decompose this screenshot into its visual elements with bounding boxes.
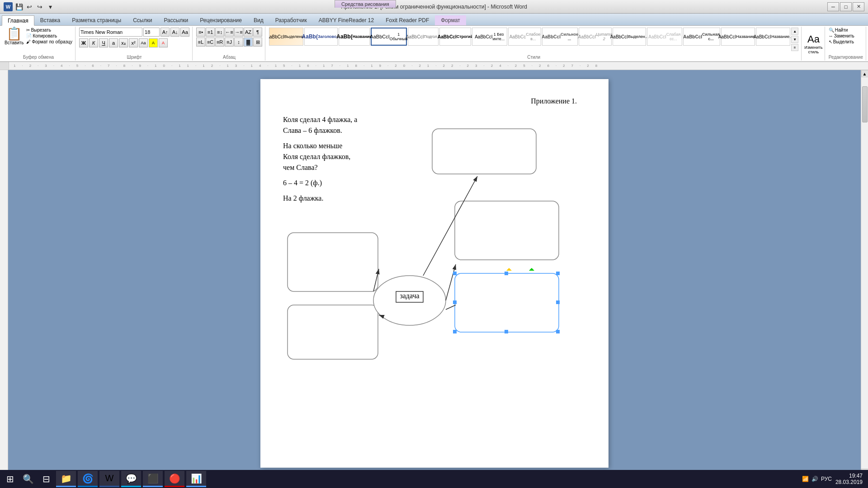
- style-subtle-ref[interactable]: AaBbCcIВыделен...: [613, 28, 646, 46]
- select-btn[interactable]: ↖Выделить: [829, 39, 854, 44]
- justify-btn[interactable]: ≡J: [225, 38, 234, 47]
- shading-btn[interactable]: ▓: [244, 38, 253, 47]
- find-btn[interactable]: 🔍Найти: [829, 28, 848, 33]
- tab-mailings[interactable]: Рассылки: [158, 15, 194, 25]
- vertical-scrollbar[interactable]: ▲ ▼: [861, 70, 868, 476]
- replace-btn[interactable]: ↔Заменить: [829, 33, 854, 38]
- green-handle[interactable]: [529, 268, 534, 271]
- borders-btn[interactable]: ⊞: [253, 38, 262, 47]
- style-book-title[interactable]: AaBbCcIСлабая сс...: [647, 28, 682, 46]
- change-styles-icon[interactable]: Аа: [807, 33, 820, 45]
- edge-btn[interactable]: 🌀: [78, 471, 98, 487]
- scroll-area[interactable]: Приложение 1. Коля сделал 4 флажка, а Сл…: [8, 70, 861, 476]
- align-right-btn[interactable]: ≡R: [215, 38, 224, 47]
- style-strong[interactable]: AaBbCcIСтрогий: [439, 28, 471, 46]
- scroll-up-btn[interactable]: ▲: [861, 70, 868, 77]
- start-btn[interactable]: ⊞: [2, 471, 18, 487]
- sort-btn[interactable]: AZ: [244, 28, 253, 37]
- cut-btn[interactable]: ✂Вырезать: [26, 28, 72, 33]
- align-left-btn[interactable]: ≡L: [196, 38, 205, 47]
- underline-btn[interactable]: Ч: [99, 38, 108, 47]
- increase-font-btn[interactable]: A↑: [160, 28, 170, 37]
- bold-btn[interactable]: Ж: [79, 38, 88, 47]
- more-quick-btn[interactable]: ▾: [46, 2, 55, 11]
- style-subtitle[interactable]: AaBbCcIПодгол...: [408, 28, 439, 46]
- diagram-svg[interactable]: задача: [260, 124, 586, 386]
- close-btn[interactable]: ✕: [853, 2, 864, 11]
- handle-tl[interactable]: [453, 272, 457, 275]
- tab-view[interactable]: Вид: [248, 15, 269, 25]
- minimize-btn[interactable]: ─: [827, 2, 839, 11]
- terminal-taskbar-btn[interactable]: ⬛: [143, 471, 163, 487]
- font-size-input[interactable]: [143, 28, 160, 37]
- paste-btn[interactable]: 📋 Вставить: [5, 28, 24, 45]
- style-normal[interactable]: AaBbCcI1 Обычный: [371, 28, 407, 46]
- file-explorer-btn[interactable]: 📁: [56, 471, 76, 487]
- styles-scroll-up[interactable]: ▲: [791, 28, 798, 35]
- style-heading1[interactable]: AaBb(Заголово...: [304, 28, 338, 46]
- style-list-para[interactable]: AaBbCcIСильная с...: [683, 28, 720, 46]
- tab-page-layout[interactable]: Разметка страницы: [66, 15, 127, 25]
- handle-tr[interactable]: [556, 272, 560, 275]
- red-app-taskbar-btn[interactable]: 🔴: [165, 471, 184, 487]
- tab-review[interactable]: Рецензирование: [194, 15, 248, 25]
- copy-btn[interactable]: 📄Копировать: [26, 33, 72, 38]
- decrease-indent-btn[interactable]: ←≡: [225, 28, 234, 37]
- maximize-btn[interactable]: □: [840, 2, 852, 11]
- task-view-btn[interactable]: ⊟: [38, 471, 54, 487]
- style-toc[interactable]: AaBbCcIНазвание...: [756, 28, 790, 46]
- undo-quick-btn[interactable]: ↩: [25, 2, 34, 11]
- handle-bm[interactable]: [505, 330, 508, 333]
- format-painter-btn[interactable]: 🖌Формат по образцу: [26, 39, 72, 44]
- italic-btn[interactable]: К: [89, 38, 98, 47]
- styles-scroll-down[interactable]: ▼: [791, 36, 798, 43]
- style-intense-em[interactable]: AaBbCcIСильное ...: [542, 28, 577, 46]
- word-taskbar-btn[interactable]: W: [99, 471, 119, 487]
- style-title[interactable]: AaBb(Название: [339, 28, 370, 46]
- language-indicator[interactable]: РУС: [821, 476, 832, 482]
- highlight-btn[interactable]: А: [149, 38, 158, 47]
- handle-br[interactable]: [556, 330, 560, 333]
- search-btn[interactable]: 🔍: [20, 471, 36, 487]
- redo-quick-btn[interactable]: ↪: [35, 2, 44, 11]
- effects-btn[interactable]: Аа: [139, 38, 148, 47]
- rotation-handle[interactable]: [506, 268, 512, 271]
- bullets-btn[interactable]: ≡•: [196, 28, 205, 37]
- show-marks-btn[interactable]: ¶: [253, 28, 262, 37]
- handle-bl[interactable]: [453, 330, 457, 333]
- save-quick-btn[interactable]: 💾: [14, 2, 24, 11]
- skype-taskbar-btn[interactable]: 💬: [121, 471, 141, 487]
- numbering-btn[interactable]: ≡1: [206, 28, 215, 37]
- superscript-btn[interactable]: х²: [129, 38, 138, 47]
- strikethrough-btn[interactable]: а: [109, 38, 118, 47]
- tab-abbyy[interactable]: ABBYY FineReader 12: [313, 15, 380, 25]
- font-color-btn[interactable]: А: [159, 38, 168, 47]
- tab-insert[interactable]: Вставка: [34, 15, 66, 25]
- clear-format-btn[interactable]: Aa: [180, 28, 189, 37]
- style-highlight[interactable]: AaBbCcIВыделение: [269, 28, 303, 46]
- styles-more[interactable]: ≡: [791, 44, 798, 51]
- style-subtle-em[interactable]: AaBbCcСлабое в...: [508, 28, 541, 46]
- line-spacing-btn[interactable]: ↕: [234, 38, 243, 47]
- tab-home[interactable]: Главная: [2, 15, 34, 26]
- style-no-spacing[interactable]: AaBbCcI1 Без инте...: [472, 28, 507, 46]
- multilevel-btn[interactable]: ≡↕: [215, 28, 224, 37]
- app7-taskbar-btn[interactable]: 📊: [186, 471, 206, 487]
- document-page[interactable]: Приложение 1. Коля сделал 4 флажка, а Сл…: [260, 79, 609, 468]
- increase-indent-btn[interactable]: →≡: [234, 28, 243, 37]
- scroll-thumb[interactable]: [862, 86, 868, 122]
- drawing-tools-tab[interactable]: Средства рисования: [335, 0, 396, 8]
- tab-format[interactable]: Формат: [435, 15, 466, 25]
- handle-ml[interactable]: [453, 300, 457, 304]
- style-quote[interactable]: AaBbCcIЦитата 2: [579, 28, 612, 46]
- tab-references[interactable]: Ссылки: [127, 15, 158, 25]
- handle-tm[interactable]: [505, 272, 508, 275]
- handle-mr[interactable]: [556, 300, 560, 304]
- style-caption[interactable]: AaBbCcIНазвание...: [721, 28, 755, 46]
- font-name-input[interactable]: [79, 28, 142, 37]
- tab-developer[interactable]: Разработчик: [269, 15, 313, 25]
- tab-foxit[interactable]: Foxit Reader PDF: [380, 15, 435, 25]
- subscript-btn[interactable]: х₂: [119, 38, 128, 47]
- decrease-font-btn[interactable]: A↓: [170, 28, 179, 37]
- align-center-btn[interactable]: ≡C: [206, 38, 215, 47]
